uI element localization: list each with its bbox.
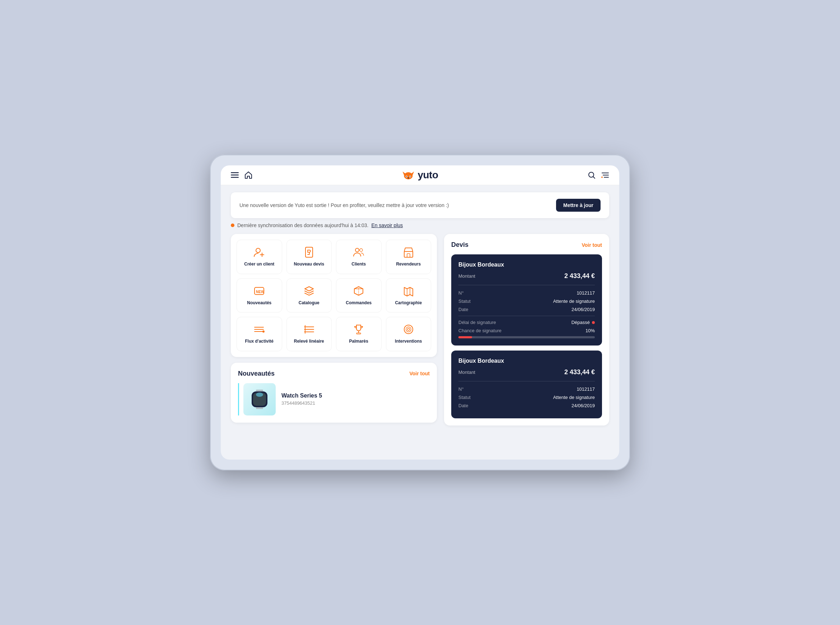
- logo-text: yuto: [418, 169, 438, 181]
- update-banner: Une nouvelle version de Yuto est sortie …: [231, 192, 609, 218]
- devis-section: Devis Voir tout Bijoux Bordeaux Montant …: [444, 234, 609, 426]
- device-frame: yuto: [210, 155, 630, 470]
- devis-card-2[interactable]: Bijoux Bordeaux Montant 2 433,44 € N° 10…: [451, 351, 602, 418]
- list-icon: [303, 323, 315, 335]
- action-label: Créer un client: [244, 261, 274, 267]
- main-content: Créer un client Nouveau devis: [221, 234, 619, 435]
- devis-chance-row-1: Chance de signature 10%: [458, 328, 595, 333]
- devis-delai-label-1: Délai de signature: [458, 320, 496, 325]
- sync-text: Dernière synchronisation des données auj…: [237, 222, 368, 228]
- svg-point-42: [404, 325, 413, 334]
- filter-icon[interactable]: [601, 171, 609, 179]
- devis-montant-row-1: Montant 2 433,44 €: [458, 272, 595, 285]
- devis-montant-row-2: Montant 2 433,44 €: [458, 368, 595, 381]
- product-image: [243, 383, 276, 415]
- action-label: Commandes: [346, 300, 371, 306]
- svg-text:NEW: NEW: [256, 290, 265, 294]
- search-icon[interactable]: [588, 171, 595, 179]
- action-label: Relevé linéaire: [294, 339, 324, 344]
- progress-fill-1: [458, 336, 472, 338]
- action-nouveau-devis[interactable]: Nouveau devis: [287, 239, 332, 274]
- nouveautes-title: Nouveautés: [238, 370, 274, 378]
- devis-date-label-2: Date: [458, 403, 468, 408]
- action-catalogue[interactable]: Catalogue: [287, 278, 332, 313]
- action-nouveautes[interactable]: NEW Nouveautés: [237, 278, 282, 313]
- quick-actions-grid: Créer un client Nouveau devis: [231, 234, 437, 357]
- action-label: Nouveautés: [247, 300, 271, 306]
- update-button[interactable]: Mettre à jour: [556, 199, 600, 212]
- svg-point-9: [410, 176, 410, 177]
- svg-rect-46: [256, 407, 263, 409]
- new-badge-icon: NEW: [253, 285, 265, 297]
- devis-company-1: Bijoux Bordeaux: [458, 261, 595, 268]
- svg-point-17: [256, 248, 260, 253]
- menu-icon[interactable]: [231, 172, 239, 178]
- action-creer-client[interactable]: Créer un client: [237, 239, 282, 274]
- action-cartographie[interactable]: Cartographie: [386, 278, 432, 313]
- devis-statut-row-2: Statut Attente de signature: [458, 395, 595, 400]
- devis-details-1: N° 1012117 Statut Attente de signature D…: [458, 290, 595, 338]
- svg-line-12: [594, 177, 595, 179]
- svg-point-22: [360, 249, 363, 252]
- devis-voir-tout[interactable]: Voir tout: [581, 242, 602, 248]
- devis-numero-value-2: 1012117: [577, 386, 595, 392]
- action-label: Cartographie: [395, 300, 422, 306]
- nouveautes-voir-tout[interactable]: Voir tout: [409, 371, 430, 376]
- banner-text: Une nouvelle version de Yuto est sortie …: [240, 202, 449, 208]
- activity-icon: [253, 323, 265, 335]
- devis-title: Devis: [451, 241, 469, 249]
- devis-date-row-1: Date 24/06/2019: [458, 307, 595, 312]
- svg-rect-45: [256, 390, 263, 392]
- action-flux-activite[interactable]: Flux d'activité: [237, 317, 282, 351]
- devis-statut-row-1: Statut Attente de signature: [458, 299, 595, 304]
- svg-point-35: [262, 330, 265, 333]
- action-palmares[interactable]: Palmarès: [336, 317, 382, 351]
- right-panel: Devis Voir tout Bijoux Bordeaux Montant …: [444, 234, 609, 426]
- sync-link[interactable]: En savoir plus: [371, 222, 403, 228]
- action-interventions[interactable]: Interventions: [386, 317, 432, 351]
- devis-statut-value-2: Attente de signature: [553, 395, 595, 400]
- action-revendeurs[interactable]: Revendeurs: [386, 239, 432, 274]
- action-label: Catalogue: [299, 300, 319, 306]
- user-plus-icon: [253, 247, 265, 258]
- map-icon: [403, 285, 414, 297]
- devis-chance-value-1: 10%: [586, 328, 595, 333]
- svg-point-8: [406, 176, 407, 177]
- devis-details-2: N° 1012117 Statut Attente de signature D…: [458, 386, 595, 408]
- devis-delai-row-1: Délai de signature Dépassé: [458, 320, 595, 325]
- devis-montant-label-1: Montant: [458, 274, 475, 279]
- devis-date-row-2: Date 24/06/2019: [458, 403, 595, 408]
- devis-company-2: Bijoux Bordeaux: [458, 358, 595, 364]
- devis-statut-label-1: Statut: [458, 299, 471, 304]
- header-right: [588, 171, 609, 179]
- svg-rect-0: [231, 172, 239, 173]
- svg-point-16: [601, 177, 603, 178]
- users-icon: [353, 247, 365, 258]
- action-clients[interactable]: Clients: [336, 239, 382, 274]
- svg-point-44: [407, 328, 410, 330]
- header: yuto: [221, 165, 619, 185]
- svg-rect-23: [404, 252, 413, 257]
- devis-delai-value-1: Dépassé: [572, 320, 595, 325]
- action-label: Interventions: [395, 339, 422, 344]
- app-container: yuto: [221, 165, 619, 460]
- product-item[interactable]: Watch Series 5 3754489643521: [238, 383, 430, 415]
- svg-point-49: [256, 392, 263, 397]
- devis-date-value-2: 24/06/2019: [572, 403, 595, 408]
- devis-montant-label-2: Montant: [458, 370, 475, 375]
- svg-rect-25: [407, 253, 410, 257]
- store-icon: [403, 247, 414, 258]
- progress-bar-1: [458, 336, 595, 338]
- devis-statut-label-2: Statut: [458, 395, 471, 400]
- nouveautes-section: Nouveautés Voir tout: [231, 363, 437, 423]
- left-panel: Créer un client Nouveau devis: [231, 234, 437, 426]
- action-commandes[interactable]: Commandes: [336, 278, 382, 313]
- home-icon[interactable]: [245, 171, 252, 179]
- svg-point-43: [406, 327, 411, 332]
- product-name: Watch Series 5: [281, 392, 322, 399]
- devis-numero-row-2: N° 1012117: [458, 386, 595, 392]
- logo-icon: [402, 169, 415, 182]
- devis-card-1[interactable]: Bijoux Bordeaux Montant 2 433,44 € N° 10…: [451, 254, 602, 345]
- devis-statut-value-1: Attente de signature: [553, 299, 595, 304]
- action-releve-lineaire[interactable]: Relevé linéaire: [287, 317, 332, 351]
